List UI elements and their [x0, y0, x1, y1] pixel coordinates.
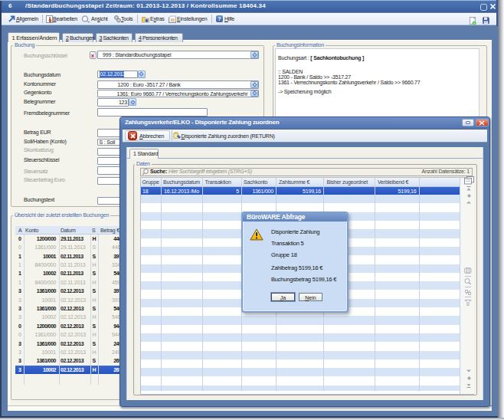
svg-text:x: x	[91, 52, 95, 59]
